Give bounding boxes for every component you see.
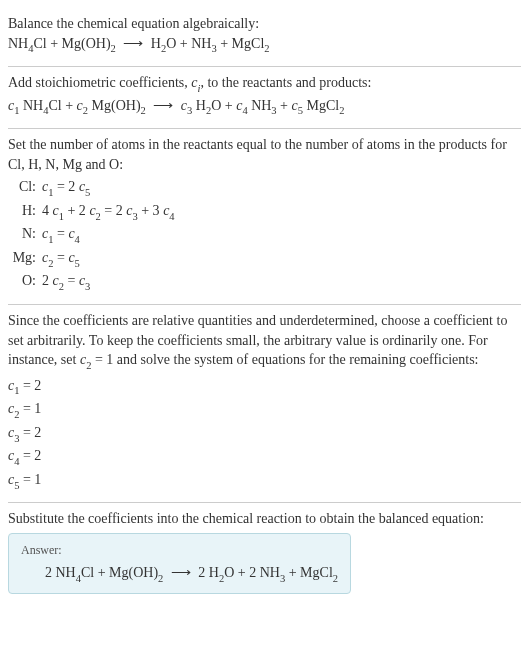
coeff-c5: c5 = 1 <box>8 469 521 493</box>
coefficient-values: c1 = 2 c2 = 1 c3 = 2 c4 = 2 c5 = 1 <box>8 375 521 493</box>
coeff-c4: c4 = 2 <box>8 445 521 469</box>
arrow-icon: ⟶ <box>153 98 173 113</box>
atom-equations-table: Cl: c1 = 2 c5 H: 4 c1 + 2 c2 = 2 c3 + 3 … <box>12 176 521 294</box>
intro-text: Since the coefficients are relative quan… <box>8 311 521 373</box>
intro-text: Balance the chemical equation algebraica… <box>8 14 521 34</box>
atom-row-o: O: 2 c2 = c3 <box>12 270 521 294</box>
equation-unbalanced: NH4Cl + Mg(OH)2 ⟶ H2O + NH3 + MgCl2 <box>8 34 521 56</box>
intro-text: Set the number of atoms in the reactants… <box>8 135 521 174</box>
arrow-icon: ⟶ <box>123 36 143 51</box>
answer-box: Answer: 2 NH4Cl + Mg(OH)2 ⟶ 2 H2O + 2 NH… <box>8 533 351 594</box>
section-answer: Substitute the coefficients into the che… <box>8 503 521 604</box>
intro-text: Add stoichiometric coefficients, ci, to … <box>8 73 521 95</box>
coeff-c2: c2 = 1 <box>8 398 521 422</box>
section-solve: Since the coefficients are relative quan… <box>8 305 521 502</box>
equation-with-coeffs: c1 NH4Cl + c2 Mg(OH)2 ⟶ c3 H2O + c4 NH3 … <box>8 96 521 118</box>
arrow-icon: ⟶ <box>171 565 191 580</box>
section-atom-equations: Set the number of atoms in the reactants… <box>8 129 521 304</box>
atom-row-h: H: 4 c1 + 2 c2 = 2 c3 + 3 c4 <box>12 200 521 224</box>
section-balance-intro: Balance the chemical equation algebraica… <box>8 8 521 66</box>
atom-row-n: N: c1 = c4 <box>12 223 521 247</box>
atom-row-mg: Mg: c2 = c5 <box>12 247 521 271</box>
coeff-c1: c1 = 2 <box>8 375 521 399</box>
answer-label: Answer: <box>21 542 338 559</box>
atom-row-cl: Cl: c1 = 2 c5 <box>12 176 521 200</box>
section-coefficients: Add stoichiometric coefficients, ci, to … <box>8 67 521 128</box>
coeff-c3: c3 = 2 <box>8 422 521 446</box>
intro-text: Substitute the coefficients into the che… <box>8 509 521 529</box>
balanced-equation: 2 NH4Cl + Mg(OH)2 ⟶ 2 H2O + 2 NH3 + MgCl… <box>21 563 338 585</box>
